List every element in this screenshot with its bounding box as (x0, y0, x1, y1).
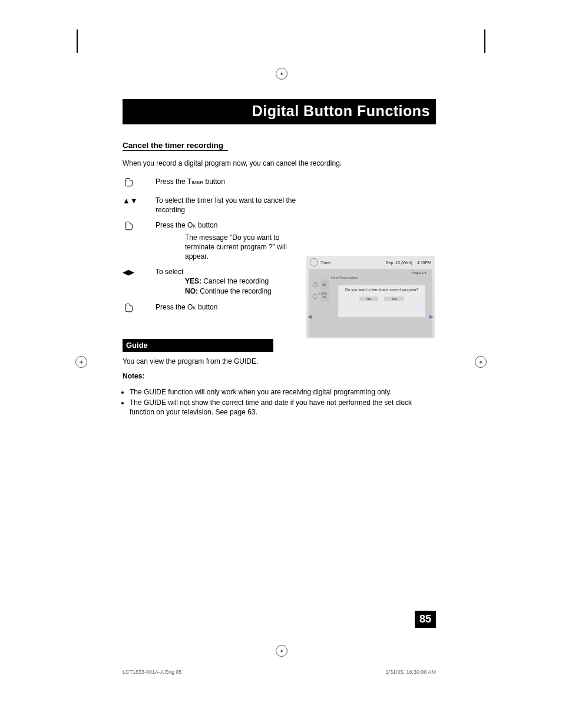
dialog-no-button[interactable]: No (359, 297, 378, 301)
intro-text: When you record a digital program now, y… (123, 159, 436, 167)
tv-screenshot: Timer Sep. 10 (Wed) 4:55PM Page 1/1 New … (306, 256, 435, 338)
guide-text: You can view the program from the GUIDE. (123, 357, 436, 366)
confirm-dialog: Do you want to terminate current program… (338, 285, 425, 317)
page-number: 85 (415, 611, 436, 628)
hand-point-icon (123, 220, 156, 233)
crop-mark (484, 29, 485, 53)
nav-right-icon: ▶ (429, 314, 434, 319)
clock-small-icon (311, 279, 319, 290)
footer-left: LCT1833-001A-A Eng 85 (123, 669, 182, 675)
registration-mark-icon: ✦ (475, 356, 487, 368)
step-text: Press the Ok button (156, 302, 297, 312)
svg-point-1 (313, 294, 318, 299)
dialog-text: Do you want to terminate current program… (340, 288, 423, 292)
guide-heading: Guide (123, 339, 273, 352)
ilink-label: I-LINK (319, 292, 327, 295)
screenshot-title: Timer (320, 261, 331, 265)
hand-point-icon (123, 177, 156, 190)
step-text: Press the Ok button The message "Do you … (156, 220, 297, 261)
step-message: The message "Do you want to terminate cu… (156, 233, 297, 262)
nav-left-icon: ◀ (308, 314, 312, 319)
screenshot-date: Sep. 10 (Wed) (386, 261, 412, 265)
registration-mark-icon: ✦ (276, 645, 287, 657)
step-text: To select the timer list you want to can… (156, 196, 297, 215)
left-right-arrows-icon: ◀▶ (123, 267, 156, 276)
clock-icon (310, 258, 318, 266)
registration-mark-icon: ✦ (276, 68, 287, 80)
registration-mark-icon: ✦ (75, 356, 87, 368)
ilink-icon (311, 291, 319, 302)
hand-point-icon (123, 302, 156, 315)
new-reservation-label: New Reservation (311, 275, 430, 279)
step-text: Press the Timer button (156, 177, 297, 186)
dialog-yes-button[interactable]: Yes (384, 297, 404, 301)
notes-list: The GUIDE function will only work when y… (123, 387, 436, 417)
table-cell: 80- (320, 279, 329, 290)
list-item: The GUIDE function will only work when y… (130, 387, 436, 397)
up-down-arrows-icon: ▲▼ (123, 196, 156, 205)
section-heading: Cancel the timer recording (123, 141, 228, 151)
footer-right: 1/31/05, 10:30:00 AM (385, 669, 436, 675)
crop-mark (77, 29, 78, 53)
step-text: To select YES: Cancel the recording NO: … (156, 267, 297, 297)
list-item: The GUIDE will not show the correct time… (130, 398, 436, 417)
notes-heading: Notes: (123, 372, 436, 380)
page-title: Digital Button Functions (123, 99, 436, 124)
screenshot-time: 4:55PM (417, 261, 431, 265)
